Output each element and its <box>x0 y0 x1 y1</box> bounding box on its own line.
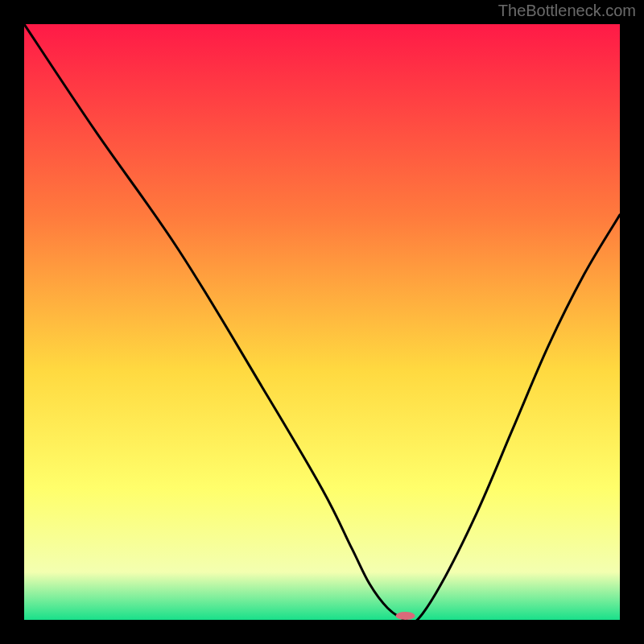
plot-svg <box>24 24 620 620</box>
chart-container: TheBottleneck.com <box>0 0 644 644</box>
gradient-background <box>24 24 620 620</box>
watermark-text: TheBottleneck.com <box>498 2 636 20</box>
optimal-marker <box>396 612 415 620</box>
plot-area <box>24 24 620 620</box>
